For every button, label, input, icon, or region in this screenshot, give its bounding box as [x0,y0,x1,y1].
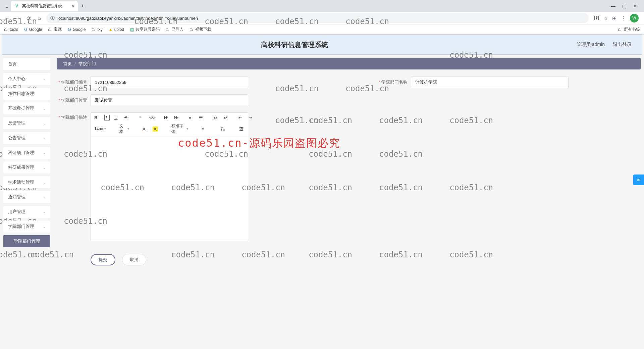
folder-icon: 🗀 [92,27,96,32]
bookmarks-bar: 🗀tools GGoogle 🗀宝藏 GGoogle 🗀txy ▲uplod ▤… [0,24,644,34]
tab-close-icon[interactable]: ✕ [71,4,74,8]
dept-name-input[interactable] [411,76,569,88]
strike-icon[interactable]: S [124,115,130,120]
back-icon[interactable]: ← [3,15,11,21]
breadcrumb-separator: / [74,61,76,66]
url-text: localhost:8080/gaoxiaokeyanxinxi/admin/d… [57,16,198,21]
image-icon[interactable]: 🖼 [239,127,245,132]
sidebar-subitem-dept-mgmt[interactable]: 学院部门管理 [3,235,50,247]
font-size-select[interactable]: 14px▾ [94,127,106,131]
bg-color-icon[interactable]: A [153,127,158,132]
new-tab-button[interactable]: + [78,3,87,9]
chevron-down-icon: ⌄ [43,121,46,125]
ul-icon[interactable]: ☰ [199,115,204,120]
subscript-icon[interactable]: x₂ [214,115,219,120]
dept-no-input[interactable] [91,76,248,88]
folder-icon: 🗀 [166,27,170,32]
sidebar-item-notice[interactable]: 公告管理⌄ [3,132,50,144]
logout-link[interactable]: 退出登录 [613,42,632,48]
main-content: 首页 / 学院部门 *学院部门编号 *学院部门名称 [57,58,641,272]
field-dept-desc: *学院部门描述 B I U S ❝ </> [57,112,641,241]
bookmark-star-icon[interactable]: ☆ [603,15,608,21]
bookmark-item[interactable]: ▤共享账号密码 [130,27,160,32]
address-bar-actions: ⚿ ☆ ⊞ ⋮ W [592,14,641,22]
h1-icon[interactable]: H₁ [164,115,169,120]
indent-icon[interactable]: ⇤ [238,115,244,120]
align-icon[interactable]: ≡ [202,127,207,132]
site-info-icon[interactable]: ⓘ [50,15,55,21]
sidebar-item-feedback[interactable]: 反馈管理⌄ [3,117,50,129]
sidebar-item-notify[interactable]: 通知管理⌄ [3,191,50,203]
italic-icon[interactable]: I [104,115,110,120]
reload-icon[interactable]: ⟳ [25,15,32,21]
submit-button[interactable]: 提交 [91,254,115,265]
extensions-icon[interactable]: ⊞ [612,15,616,21]
sidebar-item-oplog[interactable]: 操作日志管理 [3,88,50,100]
sidebar: 首页 个人中心⌄ 操作日志管理 基础数据管理⌄ 反馈管理⌄ 公告管理⌄ 科研项目… [3,58,50,272]
chevron-down-icon: ⌄ [43,151,46,155]
quote-icon[interactable]: ❝ [139,115,145,120]
sidebar-item-user[interactable]: 用户管理⌄ [3,206,50,218]
home-icon[interactable]: ⌂ [36,15,43,21]
chevron-down-icon: ⌄ [43,107,46,110]
tab-title: 高校科研信息管理系统 [22,3,62,9]
code-icon[interactable]: </> [149,115,155,120]
bookmark-item[interactable]: 🗀宝藏 [48,27,62,32]
google-icon: G [68,27,71,32]
ol-icon[interactable]: ≡ [189,115,194,120]
breadcrumb: 首页 / 学院部门 [57,58,641,69]
outdent-icon[interactable]: ⇥ [249,115,254,120]
tab-list-dropdown[interactable]: ⌄ [3,3,11,9]
sidebar-item-profile[interactable]: 个人中心⌄ [3,73,50,85]
bold-icon[interactable]: B [94,115,100,120]
folder-icon: 🗀 [48,27,52,32]
text-format-select[interactable]: 文本▾ [119,123,129,135]
favicon-icon: V [14,3,19,9]
profile-avatar[interactable]: W [630,14,639,22]
font-color-icon[interactable]: A [143,127,148,132]
cancel-button[interactable]: 取消 [122,254,146,265]
app-body: 首页 个人中心⌄ 操作日志管理 基础数据管理⌄ 反馈管理⌄ 公告管理⌄ 科研项目… [0,55,644,276]
sidebar-item-result[interactable]: 科研成果管理⌄ [3,161,50,173]
minimize-icon[interactable]: — [611,3,615,9]
bookmark-item[interactable]: GGoogle [24,27,42,32]
browser-tab[interactable]: V 高校科研信息管理系统 ✕ [11,1,78,11]
chevron-down-icon: ⌄ [43,195,46,199]
font-family-select[interactable]: 标准字体▾ [171,123,188,135]
dept-loc-input[interactable] [91,94,248,106]
menu-dots-icon[interactable]: ⋮ [621,15,626,21]
form: *学院部门编号 *学院部门名称 *学院部门位置 [57,69,641,272]
underline-icon[interactable]: U [114,115,120,120]
rich-editor: B I U S ❝ </> H₁ H₂ [91,112,248,241]
bookmark-item[interactable]: 🗀已导入 [166,27,183,32]
h2-icon[interactable]: H₂ [174,115,179,120]
window-controls: — ▢ ✕ [611,3,641,9]
url-input[interactable]: ⓘ localhost:8080/gaoxiaokeyanxinxi/admin… [46,13,589,23]
superscript-icon[interactable]: x² [224,115,229,120]
browser-chrome: ⌄ V 高校科研信息管理系统 ✕ + — ▢ ✕ ← → ⟳ ⌂ ⓘ local… [0,0,644,35]
sidebar-item-academic[interactable]: 学术活动管理⌄ [3,176,50,188]
bookmark-item[interactable]: 🗀txy [92,27,102,32]
bookmark-item[interactable]: GGoogle [68,27,86,32]
clear-format-icon[interactable]: Tₓ [220,127,226,132]
bookmark-item[interactable]: 🗀tools [4,27,18,32]
forward-icon[interactable]: → [14,15,21,21]
folder-icon: 🗀 [190,27,194,32]
sidebar-item-project[interactable]: 科研项目管理⌄ [3,147,50,159]
sidebar-item-home[interactable]: 首页 [3,58,50,70]
bookmark-item[interactable]: ▲uplod [109,27,124,32]
editor-content[interactable] [91,137,248,241]
breadcrumb-current: 学院部门 [78,61,96,67]
maximize-icon[interactable]: ▢ [622,3,627,9]
dept-loc-label: *学院部门位置 [57,97,91,103]
bookmark-item[interactable]: 🗀视频下载 [190,27,211,32]
sidebar-item-basedata[interactable]: 基础数据管理⌄ [3,102,50,114]
breadcrumb-home[interactable]: 首页 [63,61,72,67]
float-share-button[interactable]: ∞ [633,174,644,185]
editor-toolbar: B I U S ❝ </> H₁ H₂ [91,113,248,137]
key-icon[interactable]: ⚿ [594,15,599,21]
chevron-down-icon: ⌄ [43,77,46,81]
close-window-icon[interactable]: ✕ [633,3,637,9]
all-bookmarks[interactable]: 🗀所有书签 [618,27,640,32]
sidebar-item-dept[interactable]: 学院部门管理⌄ [3,220,50,233]
